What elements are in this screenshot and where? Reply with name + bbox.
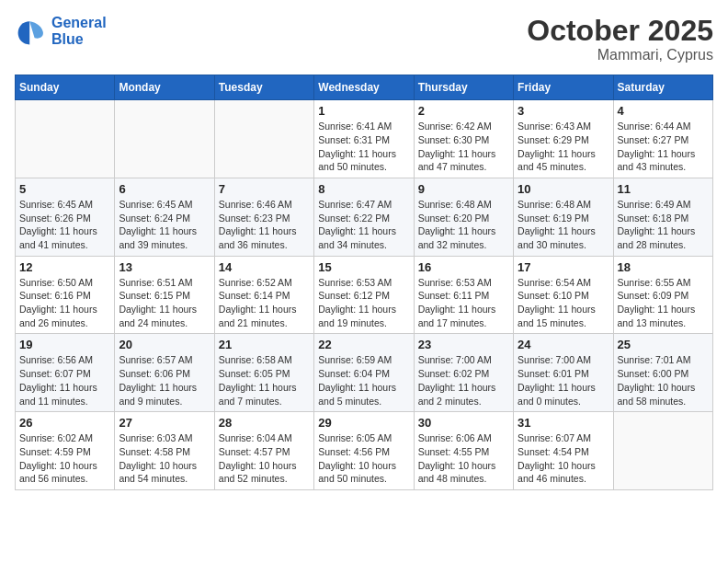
day-number: 28 [219,416,310,430]
day-detail: Sunrise: 6:03 AM Sunset: 4:58 PM Dayligh… [119,431,210,486]
day-number: 15 [318,260,409,274]
day-number: 12 [19,260,110,274]
week-row-2: 5Sunrise: 6:45 AM Sunset: 6:26 PM Daylig… [16,178,713,256]
day-number: 20 [119,338,210,351]
day-detail: Sunrise: 6:07 AM Sunset: 4:54 PM Dayligh… [518,431,609,486]
day-cell: 31Sunrise: 6:07 AM Sunset: 4:54 PM Dayli… [514,412,613,490]
day-detail: Sunrise: 6:02 AM Sunset: 4:59 PM Dayligh… [19,431,110,486]
day-number: 22 [318,338,409,351]
day-cell: 22Sunrise: 6:59 AM Sunset: 6:04 PM Dayli… [314,334,414,412]
day-cell: 24Sunrise: 7:00 AM Sunset: 6:01 PM Dayli… [514,334,613,412]
day-number: 11 [618,182,709,196]
day-cell: 10Sunrise: 6:48 AM Sunset: 6:19 PM Dayli… [514,178,613,256]
page-header: General Blue October 2025 Mammari, Cypru… [15,15,713,63]
day-cell: 29Sunrise: 6:05 AM Sunset: 4:56 PM Dayli… [314,412,414,490]
day-number: 10 [518,182,609,196]
day-cell: 25Sunrise: 7:01 AM Sunset: 6:00 PM Dayli… [613,334,712,412]
day-number: 14 [219,260,310,274]
day-cell: 2Sunrise: 6:42 AM Sunset: 6:30 PM Daylig… [414,100,513,178]
day-number: 17 [518,260,609,274]
week-row-4: 19Sunrise: 6:56 AM Sunset: 6:07 PM Dayli… [16,334,713,412]
day-cell: 27Sunrise: 6:03 AM Sunset: 4:58 PM Dayli… [115,412,214,490]
weekday-header-saturday: Saturday [613,75,712,100]
day-number: 26 [19,416,110,430]
day-cell [16,100,115,178]
day-detail: Sunrise: 6:47 AM Sunset: 6:22 PM Dayligh… [318,198,409,252]
day-detail: Sunrise: 7:00 AM Sunset: 6:01 PM Dayligh… [518,353,609,408]
day-detail: Sunrise: 6:43 AM Sunset: 6:29 PM Dayligh… [518,120,609,174]
day-cell: 3Sunrise: 6:43 AM Sunset: 6:29 PM Daylig… [514,100,613,178]
day-cell: 21Sunrise: 6:58 AM Sunset: 6:05 PM Dayli… [214,334,313,412]
day-cell [613,412,712,490]
weekday-header-sunday: Sunday [16,75,115,100]
day-cell: 4Sunrise: 6:44 AM Sunset: 6:27 PM Daylig… [613,100,712,178]
location: Mammari, Cyprus [527,47,713,63]
day-detail: Sunrise: 6:42 AM Sunset: 6:30 PM Dayligh… [418,120,509,174]
week-row-1: 1Sunrise: 6:41 AM Sunset: 6:31 PM Daylig… [16,100,713,178]
day-detail: Sunrise: 6:54 AM Sunset: 6:10 PM Dayligh… [518,276,609,330]
day-detail: Sunrise: 6:41 AM Sunset: 6:31 PM Dayligh… [318,120,409,174]
day-number: 25 [618,338,709,351]
weekday-header-thursday: Thursday [414,75,513,100]
day-cell: 11Sunrise: 6:49 AM Sunset: 6:18 PM Dayli… [613,178,712,256]
day-number: 18 [618,260,709,274]
day-cell: 20Sunrise: 6:57 AM Sunset: 6:06 PM Dayli… [115,334,214,412]
weekday-header-wednesday: Wednesday [314,75,414,100]
day-cell [214,100,313,178]
day-number: 21 [219,338,310,351]
day-cell: 1Sunrise: 6:41 AM Sunset: 6:31 PM Daylig… [314,100,414,178]
day-detail: Sunrise: 6:56 AM Sunset: 6:07 PM Dayligh… [19,353,110,408]
day-cell: 9Sunrise: 6:48 AM Sunset: 6:20 PM Daylig… [414,178,513,256]
day-number: 2 [418,104,509,118]
day-cell: 7Sunrise: 6:46 AM Sunset: 6:23 PM Daylig… [214,178,313,256]
logo: General Blue [15,15,107,48]
day-detail: Sunrise: 7:00 AM Sunset: 6:02 PM Dayligh… [418,353,509,408]
day-detail: Sunrise: 6:48 AM Sunset: 6:19 PM Dayligh… [518,198,609,252]
day-detail: Sunrise: 6:55 AM Sunset: 6:09 PM Dayligh… [618,276,709,330]
month-title: October 2025 [527,15,713,47]
day-cell: 15Sunrise: 6:53 AM Sunset: 6:12 PM Dayli… [314,256,414,334]
day-cell: 30Sunrise: 6:06 AM Sunset: 4:55 PM Dayli… [414,412,513,490]
day-cell: 23Sunrise: 7:00 AM Sunset: 6:02 PM Dayli… [414,334,513,412]
title-block: October 2025 Mammari, Cyprus [527,15,713,63]
day-number: 3 [518,104,609,118]
day-number: 31 [518,416,609,430]
day-detail: Sunrise: 6:06 AM Sunset: 4:55 PM Dayligh… [418,431,509,486]
day-number: 8 [318,182,409,196]
day-number: 29 [318,416,409,430]
day-number: 16 [418,260,509,274]
week-row-3: 12Sunrise: 6:50 AM Sunset: 6:16 PM Dayli… [16,256,713,334]
day-number: 4 [618,104,709,118]
day-cell: 17Sunrise: 6:54 AM Sunset: 6:10 PM Dayli… [514,256,613,334]
day-detail: Sunrise: 6:52 AM Sunset: 6:14 PM Dayligh… [219,276,310,330]
day-detail: Sunrise: 6:49 AM Sunset: 6:18 PM Dayligh… [618,198,709,252]
logo-icon [15,15,48,48]
day-detail: Sunrise: 6:59 AM Sunset: 6:04 PM Dayligh… [318,353,409,408]
day-number: 19 [19,338,110,351]
day-cell: 16Sunrise: 6:53 AM Sunset: 6:11 PM Dayli… [414,256,513,334]
day-number: 13 [119,260,210,274]
day-number: 24 [518,338,609,351]
day-detail: Sunrise: 6:48 AM Sunset: 6:20 PM Dayligh… [418,198,509,252]
day-detail: Sunrise: 6:45 AM Sunset: 6:26 PM Dayligh… [19,198,110,252]
weekday-header-friday: Friday [514,75,613,100]
day-detail: Sunrise: 6:53 AM Sunset: 6:12 PM Dayligh… [318,276,409,330]
calendar-table: SundayMondayTuesdayWednesdayThursdayFrid… [15,75,713,490]
day-number: 7 [219,182,310,196]
weekday-header-tuesday: Tuesday [214,75,313,100]
day-detail: Sunrise: 6:50 AM Sunset: 6:16 PM Dayligh… [19,276,110,330]
day-detail: Sunrise: 6:44 AM Sunset: 6:27 PM Dayligh… [618,120,709,174]
day-number: 9 [418,182,509,196]
day-cell: 19Sunrise: 6:56 AM Sunset: 6:07 PM Dayli… [16,334,115,412]
day-cell: 5Sunrise: 6:45 AM Sunset: 6:26 PM Daylig… [16,178,115,256]
day-detail: Sunrise: 7:01 AM Sunset: 6:00 PM Dayligh… [618,353,709,408]
day-detail: Sunrise: 6:46 AM Sunset: 6:23 PM Dayligh… [219,198,310,252]
day-detail: Sunrise: 6:57 AM Sunset: 6:06 PM Dayligh… [119,353,210,408]
day-detail: Sunrise: 6:53 AM Sunset: 6:11 PM Dayligh… [418,276,509,330]
day-cell [115,100,214,178]
day-detail: Sunrise: 6:04 AM Sunset: 4:57 PM Dayligh… [219,431,310,486]
day-number: 30 [418,416,509,430]
day-cell: 8Sunrise: 6:47 AM Sunset: 6:22 PM Daylig… [314,178,414,256]
day-detail: Sunrise: 6:45 AM Sunset: 6:24 PM Dayligh… [119,198,210,252]
day-cell: 14Sunrise: 6:52 AM Sunset: 6:14 PM Dayli… [214,256,313,334]
